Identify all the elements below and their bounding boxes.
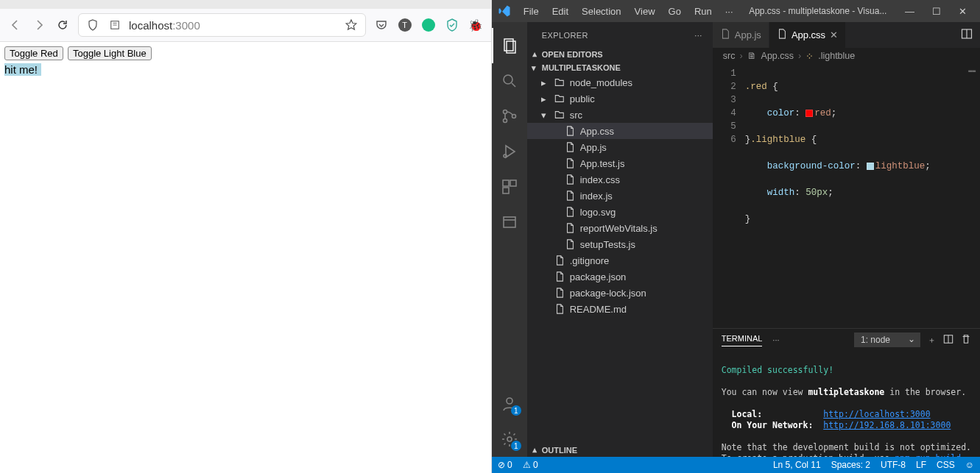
file-app-js[interactable]: App.js: [527, 139, 713, 155]
menu-view[interactable]: View: [630, 4, 660, 19]
tab-app-js[interactable]: App.js: [713, 22, 769, 48]
reload-button[interactable]: [54, 17, 71, 33]
file-readme-md[interactable]: README.md: [527, 301, 713, 317]
breadcrumb-item[interactable]: App.css: [761, 51, 794, 61]
breadcrumb-item[interactable]: src: [723, 51, 736, 61]
status-encoding[interactable]: UTF-8: [881, 460, 906, 470]
status-eol[interactable]: LF: [916, 460, 926, 470]
status-feedback-icon[interactable]: ☺: [965, 460, 974, 470]
status-spaces[interactable]: Spaces: 2: [831, 460, 870, 470]
panel-more-icon[interactable]: ···: [772, 335, 779, 344]
tree-item-label: App.test.js: [580, 158, 625, 169]
menu-selection[interactable]: Selection: [577, 4, 626, 19]
ext-icon-3[interactable]: [444, 17, 460, 33]
split-terminal-icon[interactable]: [943, 334, 953, 346]
close-icon[interactable]: ✕: [830, 29, 838, 40]
folder-node_modules[interactable]: ▸node_modules: [527, 74, 713, 90]
activity-debug-icon[interactable]: [492, 134, 527, 169]
file-index-css[interactable]: index.css: [527, 171, 713, 188]
menu-run[interactable]: Run: [689, 4, 717, 19]
code-content[interactable]: .red { color: red; }.lightblue { backgro…: [745, 64, 980, 328]
activity-explorer-icon[interactable]: [492, 28, 527, 63]
color-swatch-lightblue: [867, 163, 874, 170]
kill-terminal-icon[interactable]: [961, 334, 971, 346]
project-root-label: MULTIPLETASKONE: [542, 63, 621, 72]
bookmark-star-icon[interactable]: [343, 17, 359, 33]
file-app-test-js[interactable]: App.test.js: [527, 155, 713, 171]
forward-button[interactable]: [31, 17, 47, 33]
file-reportwebvitals-js[interactable]: reportWebVitals.js: [527, 220, 713, 236]
code-editor[interactable]: 1 2 3 4 5 6 .red { color: red; }.lightbl…: [713, 64, 980, 328]
chevron-right-icon: ▸: [539, 93, 549, 104]
new-terminal-icon[interactable]: ＋: [928, 335, 936, 346]
file-icon: [564, 142, 576, 152]
activity-settings-icon[interactable]: 1: [492, 422, 527, 457]
menu-go[interactable]: Go: [663, 4, 686, 19]
tree-item-label: node_modules: [570, 77, 632, 88]
status-warnings[interactable]: ⚠ 0: [523, 460, 538, 470]
file-icon: [777, 29, 787, 41]
terminal-output[interactable]: Compiled successfully! You can now view …: [713, 351, 980, 457]
back-button[interactable]: [7, 17, 24, 33]
activity-misc-icon[interactable]: [492, 205, 527, 240]
panel-tab-terminal[interactable]: TERMINAL: [722, 334, 763, 346]
tree-item-label: public: [570, 93, 595, 104]
window-close[interactable]: ✕: [951, 3, 974, 20]
ext-icon-1[interactable]: T: [397, 17, 413, 33]
url-host: localhost: [129, 19, 172, 32]
svg-point-7: [504, 154, 507, 157]
folder-src[interactable]: ▾src: [527, 107, 713, 123]
activity-extensions-icon[interactable]: [492, 169, 527, 205]
terminal-dropdown[interactable]: 1: node: [854, 332, 920, 347]
activity-bar: 1 1: [492, 22, 527, 457]
menu-file[interactable]: File: [518, 4, 544, 19]
breadcrumb-item[interactable]: .lightblue: [818, 51, 855, 61]
menu-edit[interactable]: Edit: [547, 4, 574, 19]
file-setuptests-js[interactable]: setupTests.js: [527, 236, 713, 252]
tree-item-label: index.js: [580, 191, 613, 202]
file-package-lock-json[interactable]: package-lock.json: [527, 285, 713, 301]
toggle-red-button[interactable]: Toggle Red: [4, 46, 63, 60]
ext-icon-2[interactable]: [420, 17, 437, 33]
split-editor-icon[interactable]: [961, 28, 973, 42]
section-outline[interactable]: ▸ OUTLINE: [527, 444, 713, 457]
url-port: :3000: [172, 19, 200, 32]
svg-point-12: [507, 398, 512, 404]
status-ln-col[interactable]: Ln 5, Col 11: [773, 460, 821, 470]
line-number-gutter: 1 2 3 4 5 6: [713, 64, 745, 328]
tree-item-label: logo.svg: [580, 207, 616, 218]
explorer-sidebar: EXPLORER ··· ▸ OPEN EDITORS ▾ MULTIPLETA…: [527, 22, 713, 457]
section-open-editors[interactable]: ▸ OPEN EDITORS: [527, 48, 713, 61]
breadcrumbs[interactable]: src › 🗎 App.css › ⁘ .lightblue: [713, 48, 980, 64]
toggle-lightblue-button[interactable]: Toggle Light Blue: [68, 46, 152, 60]
folder-public[interactable]: ▸public: [527, 90, 713, 107]
section-project-root[interactable]: ▾ MULTIPLETASKONE: [527, 61, 713, 74]
hit-me-text: hit me!: [4, 63, 41, 76]
activity-scm-icon[interactable]: [492, 99, 527, 134]
address-bar[interactable]: localhost:3000: [78, 13, 366, 37]
menu-more[interactable]: ···: [720, 4, 738, 19]
pocket-icon[interactable]: [373, 17, 389, 33]
window-maximize[interactable]: ☐: [925, 3, 948, 20]
tree-item-label: README.md: [570, 304, 627, 315]
vscode-window: File Edit Selection View Go Run ··· App.…: [492, 0, 980, 473]
explorer-more-icon[interactable]: ···: [694, 31, 702, 40]
file-index-js[interactable]: index.js: [527, 188, 713, 204]
status-language[interactable]: CSS: [937, 460, 955, 470]
activity-search-icon[interactable]: [492, 63, 527, 99]
status-bar: ⊘ 0 ⚠ 0 Ln 5, Col 11 Spaces: 2 UTF-8 LF …: [492, 457, 980, 473]
file--gitignore[interactable]: .gitignore: [527, 252, 713, 268]
minimap[interactable]: ▂▂: [968, 65, 976, 72]
tab-app-css[interactable]: App.css ✕: [769, 22, 846, 48]
file-package-json[interactable]: package.json: [527, 268, 713, 285]
chevron-right-icon: ›: [739, 51, 742, 61]
file-icon: [564, 207, 576, 217]
file-icon: [564, 174, 576, 185]
window-minimize[interactable]: —: [898, 3, 922, 20]
activity-accounts-icon[interactable]: 1: [492, 386, 527, 422]
file-logo-svg[interactable]: logo.svg: [527, 204, 713, 220]
tree-item-label: .gitignore: [570, 255, 609, 266]
ext-icon-4[interactable]: 🐞: [468, 17, 484, 33]
status-errors[interactable]: ⊘ 0: [498, 460, 512, 470]
file-app-css[interactable]: App.css: [527, 123, 713, 139]
